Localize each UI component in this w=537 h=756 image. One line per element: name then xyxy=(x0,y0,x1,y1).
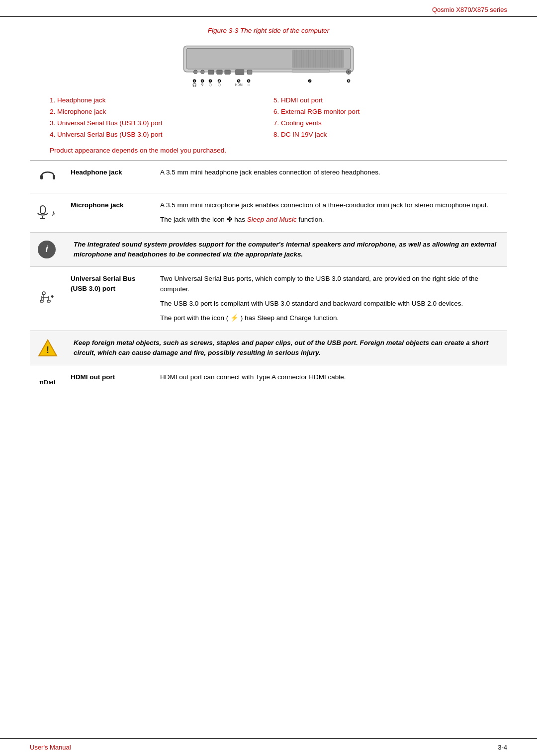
svg-rect-61 xyxy=(40,300,43,302)
svg-text:❽: ❽ xyxy=(347,78,351,84)
legend-item-8: 8. DC IN 19V jack xyxy=(273,129,487,141)
svg-rect-30 xyxy=(247,70,252,75)
svg-text:❶: ❶ xyxy=(192,78,196,84)
warning-triangle-icon: ! xyxy=(38,339,58,357)
svg-rect-50 xyxy=(40,206,45,214)
svg-text:❸: ❸ xyxy=(208,78,212,84)
svg-point-33 xyxy=(348,71,350,73)
microphone-description: A 3.5 mm mini microphone jack enables co… xyxy=(155,193,507,232)
svg-point-54 xyxy=(42,292,45,295)
svg-text:♪: ♪ xyxy=(51,209,55,217)
legend-col-1: 1. Headphone jack 2. Microphone jack 3. … xyxy=(50,95,264,141)
music-note-svg: ♪ xyxy=(51,208,60,218)
warning-icon: ! xyxy=(38,339,58,357)
svg-text:❺: ❺ xyxy=(237,78,241,84)
svg-text:❼: ❼ xyxy=(308,78,312,84)
headphone-icon-cell xyxy=(30,160,66,193)
svg-text:🎧: 🎧 xyxy=(192,83,197,87)
footer-page-number: 3-4 xyxy=(498,744,507,751)
table-row-info-note: i The integrated sound system provides s… xyxy=(30,232,507,267)
headphone-label: Headphone jack xyxy=(66,160,155,193)
page-footer: User's Manual 3-4 xyxy=(0,738,537,756)
info-note-text: The integrated sound system provides sup… xyxy=(66,232,507,267)
page-container: Qosmio X870/X875 series Figure 3-3 The r… xyxy=(0,0,537,756)
hdmi-label: HDMI out port xyxy=(66,365,155,396)
warning-note-text: Keep foreign metal objects, such as scre… xyxy=(66,331,507,365)
svg-rect-27 xyxy=(217,70,222,75)
svg-text:□: □ xyxy=(248,83,250,86)
info-icon-cell: i xyxy=(30,232,66,267)
hdmi-description: HDMI out port can connect with Type A co… xyxy=(155,365,507,396)
product-note: Product appearance depends on the model … xyxy=(30,147,507,154)
footer-manual-label: User's Manual xyxy=(30,744,71,751)
svg-text:HDM: HDM xyxy=(235,83,243,86)
svg-text:❹: ❹ xyxy=(217,78,221,84)
microphone-label: Microphone jack xyxy=(66,193,155,232)
svg-rect-48 xyxy=(40,175,43,179)
svg-point-25 xyxy=(201,70,205,74)
info-icon: i xyxy=(38,241,56,258)
svg-text:⬡: ⬡ xyxy=(218,83,221,86)
legend-col-2: 5. HDMI out port 6. External RGB monitor… xyxy=(273,95,487,141)
warning-icon-cell: ! xyxy=(30,331,66,365)
hdmi-icon: нDмі xyxy=(39,378,56,386)
svg-rect-29 xyxy=(236,70,244,75)
usb-desc-block: Two Universal Serial Bus ports, which co… xyxy=(160,274,502,324)
svg-text:❷: ❷ xyxy=(200,78,204,84)
laptop-image: ❶ ❷ ❸ ❹ ❺ ❻ ❼ ❽ 🎧 🎙 ⬡ ⬡ HDM □ xyxy=(139,42,398,87)
svg-text:⬡: ⬡ xyxy=(209,83,212,86)
header-title: Qosmio X870/X875 series xyxy=(432,6,507,13)
svg-text:!: ! xyxy=(46,345,49,355)
usb-icon-cell xyxy=(30,267,66,331)
svg-rect-28 xyxy=(225,70,230,75)
legend-item-3: 3. Universal Serial Bus (USB 3.0) port xyxy=(50,118,264,129)
usb-desc-1: Two Universal Serial Bus ports, which co… xyxy=(160,274,502,295)
svg-rect-49 xyxy=(53,175,55,179)
figure-caption: Figure 3-3 The right side of the compute… xyxy=(30,27,507,34)
svg-text:🎙: 🎙 xyxy=(201,83,204,86)
usb-icon xyxy=(40,289,56,303)
legend-item-6: 6. External RGB monitor port xyxy=(273,106,487,118)
mic-desc-block: A 3.5 mm mini microphone jack enables co… xyxy=(160,200,502,225)
hdmi-icon-cell: нDмі xyxy=(30,365,66,396)
table-row-hdmi: нDмі HDMI out port HDMI out port can con… xyxy=(30,365,507,396)
legend-item-5: 5. HDMI out port xyxy=(273,95,487,106)
legend-item-4: 4. Universal Serial Bus (USB 3.0) port xyxy=(50,129,264,141)
table-row-microphone: ♪ Microphone jack A 3.5 mm mini micropho… xyxy=(30,193,507,232)
svg-rect-58 xyxy=(47,300,50,302)
svg-text:❻: ❻ xyxy=(247,78,251,84)
svg-rect-26 xyxy=(208,70,214,75)
mic-svg xyxy=(36,205,50,221)
spec-table: Headphone jack A 3.5 mm mini headphone j… xyxy=(30,160,507,396)
mic-desc-1: A 3.5 mm mini microphone jack enables co… xyxy=(160,200,502,211)
page-header: Qosmio X870/X875 series xyxy=(0,0,537,17)
sleep-music-link[interactable]: Sleep and Music xyxy=(247,216,297,223)
table-row-usb: Universal Serial Bus (USB 3.0) port Two … xyxy=(30,267,507,331)
usb-label: Universal Serial Bus (USB 3.0) port xyxy=(66,267,155,331)
legend-item-1: 1. Headphone jack xyxy=(50,95,264,106)
microphone-icon-cell: ♪ xyxy=(30,193,66,232)
legend-item-2: 2. Microphone jack xyxy=(50,106,264,118)
svg-point-24 xyxy=(193,70,197,74)
table-row-warning: ! Keep foreign metal objects, such as sc… xyxy=(30,331,507,365)
usb-desc-3: The port with the icon ( ⚡ ) has Sleep a… xyxy=(160,313,502,324)
microphone-icon: ♪ xyxy=(35,205,61,221)
table-row-headphone: Headphone jack A 3.5 mm mini headphone j… xyxy=(30,160,507,193)
usb-desc-2: The USB 3.0 port is compliant with USB 3… xyxy=(160,299,502,309)
main-content: Figure 3-3 The right side of the compute… xyxy=(0,17,537,738)
svg-rect-31 xyxy=(292,70,330,73)
headphone-icon xyxy=(40,168,56,181)
headphone-description: A 3.5 mm mini headphone jack enables con… xyxy=(155,160,507,193)
mic-desc-2: The jack with the icon ✤ has Sleep and M… xyxy=(160,215,502,225)
usb-description: Two Universal Serial Bus ports, which co… xyxy=(155,267,507,331)
legend-container: 1. Headphone jack 2. Microphone jack 3. … xyxy=(30,95,507,141)
laptop-diagram: ❶ ❷ ❸ ❹ ❺ ❻ ❼ ❽ 🎧 🎙 ⬡ ⬡ HDM □ xyxy=(30,42,507,87)
legend-item-7: 7. Cooling vents xyxy=(273,118,487,129)
